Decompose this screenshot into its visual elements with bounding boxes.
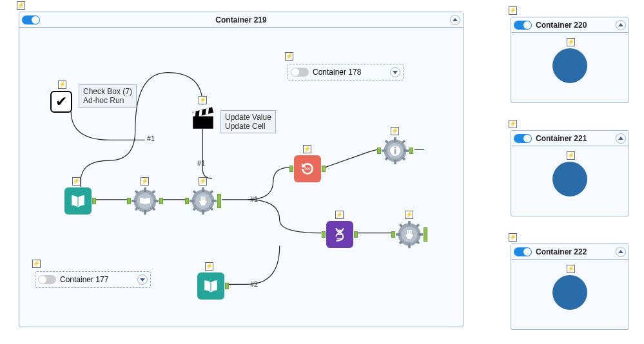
checkbox-icon: ✔: [50, 91, 72, 113]
container-220-collapse[interactable]: [616, 20, 626, 30]
svg-rect-41: [408, 244, 411, 248]
bolt-icon: [335, 211, 344, 219]
bolt-icon: [567, 265, 575, 273]
svg-rect-37: [395, 149, 396, 154]
book-open-icon: [70, 193, 86, 209]
svg-rect-17: [202, 210, 204, 215]
container-221-toggle[interactable]: [514, 134, 532, 143]
bolt-icon: [509, 120, 517, 128]
svg-rect-30: [404, 149, 409, 152]
workflow-canvas[interactable]: Container 219: [0, 0, 644, 344]
container-178-toggle[interactable]: [291, 68, 309, 77]
collapsed-node-dot[interactable]: [552, 48, 587, 83]
action-label-line2: Update Cell: [225, 122, 266, 131]
container-220-body[interactable]: [511, 33, 629, 102]
svg-point-38: [394, 146, 396, 148]
gear-icon: [190, 187, 217, 215]
dna-icon: [331, 226, 348, 243]
svg-rect-18: [190, 200, 194, 202]
container-220-header[interactable]: Container 220: [511, 17, 629, 33]
container-219[interactable]: Container 219: [19, 12, 463, 327]
container-222-body[interactable]: [511, 260, 629, 329]
control-gear-node-1[interactable]: [190, 187, 217, 215]
svg-rect-6: [144, 187, 146, 192]
container-219-collapse[interactable]: [450, 15, 460, 25]
action-annotation: Update Value Update Cell: [220, 110, 276, 133]
bolt-icon: [58, 81, 66, 89]
transform-node[interactable]: [326, 221, 353, 248]
svg-rect-9: [154, 200, 159, 202]
svg-rect-43: [418, 233, 423, 236]
container-178[interactable]: Container 178: [288, 64, 404, 81]
svg-rect-27: [394, 137, 396, 142]
container-221-collapse[interactable]: [616, 133, 626, 144]
svg-rect-28: [394, 160, 396, 164]
container-221-body[interactable]: [511, 146, 629, 216]
container-221-header[interactable]: Container 221: [511, 131, 629, 146]
checkbox-label-line1: Check Box (7): [83, 87, 132, 96]
checkbox-label-line2: Ad-hoc Run: [83, 96, 124, 105]
control-gear-node-2[interactable]: [396, 221, 423, 248]
bolt-icon: [199, 96, 207, 104]
container-177-toggle[interactable]: [38, 275, 56, 284]
svg-rect-7: [144, 210, 146, 215]
bolt-icon: [199, 177, 207, 186]
info-gear-node[interactable]: [382, 137, 409, 164]
bolt-icon: [72, 177, 81, 186]
container-178-title: Container 178: [313, 68, 361, 77]
svg-rect-29: [382, 149, 386, 152]
bolt-icon: [32, 260, 41, 268]
svg-rect-16: [202, 187, 204, 192]
bolt-icon: [405, 211, 413, 219]
edge-label-1b: #1: [197, 159, 205, 167]
gear-icon: [396, 221, 423, 248]
container-219-header[interactable]: Container 219: [19, 12, 463, 28]
retry-node[interactable]: 000: [294, 155, 321, 182]
book-open-icon: [202, 278, 219, 294]
edge-label-1c: #1: [250, 195, 258, 203]
reader-gear-node[interactable]: [132, 187, 159, 215]
container-220[interactable]: Container 220: [511, 17, 629, 103]
container-219-body[interactable]: ✔ Check Box (7) Ad-hoc Run Update Value …: [19, 28, 463, 327]
svg-rect-19: [212, 200, 217, 202]
bolt-icon: [285, 52, 293, 61]
container-177-title: Container 177: [60, 275, 108, 284]
container-222-collapse[interactable]: [616, 247, 626, 257]
svg-rect-40: [408, 221, 411, 225]
svg-rect-42: [396, 233, 400, 236]
collapsed-node-dot[interactable]: [552, 275, 587, 310]
container-177[interactable]: Container 177: [35, 271, 151, 288]
bolt-icon: [141, 177, 149, 186]
edge-label-2: #2: [250, 280, 258, 288]
svg-rect-8: [132, 200, 136, 202]
collapsed-node-dot[interactable]: [552, 162, 587, 196]
checkbox-annotation: Check Box (7) Ad-hoc Run: [79, 84, 137, 108]
container-222-toggle[interactable]: [514, 247, 532, 256]
gear-icon: [132, 187, 159, 215]
container-220-title: Container 220: [536, 21, 587, 30]
retry-icon: 000: [299, 160, 316, 177]
container-221-title: Container 221: [536, 134, 587, 143]
bolt-icon: [567, 151, 575, 160]
bolt-icon: [17, 1, 25, 10]
container-219-title: Container 219: [19, 15, 463, 24]
container-177-expand[interactable]: [137, 274, 148, 285]
clapperboard-icon: [190, 105, 217, 132]
reader-node-2[interactable]: [197, 272, 224, 300]
bolt-icon: [303, 145, 311, 153]
action-label-line1: Update Value: [225, 113, 271, 122]
bolt-icon: [509, 233, 517, 242]
action-node[interactable]: [190, 105, 217, 134]
gear-icon: [382, 137, 409, 164]
container-222[interactable]: Container 222: [511, 244, 629, 330]
container-178-expand[interactable]: [390, 67, 400, 77]
reader-node-1[interactable]: [64, 187, 92, 215]
container-222-title: Container 222: [536, 247, 587, 256]
bolt-icon: [509, 6, 517, 15]
container-220-toggle[interactable]: [514, 21, 532, 30]
checkbox-node[interactable]: ✔: [50, 91, 72, 113]
container-221[interactable]: Container 221: [511, 130, 629, 216]
bolt-icon: [205, 262, 213, 271]
container-219-toggle[interactable]: [22, 15, 40, 24]
container-222-header[interactable]: Container 222: [511, 244, 629, 260]
